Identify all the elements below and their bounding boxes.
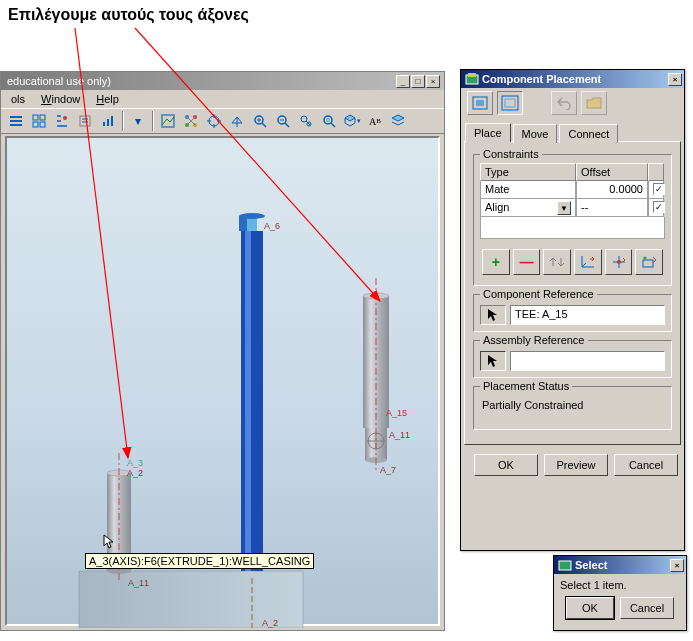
placement-mode2-icon[interactable] [497,91,523,115]
tool-list-icon[interactable] [5,110,27,132]
axis-tooltip: A_3(AXIS):F6(EXTRUDE_1):WELL_CASING [85,553,314,569]
select-dialog-close-button[interactable]: × [670,559,684,572]
remove-constraint-button[interactable]: ― [513,249,541,275]
ok-button[interactable]: OK [474,454,538,476]
view-spin-icon[interactable] [180,110,202,132]
svg-point-53 [644,257,647,260]
orient-dropdown-icon[interactable]: ▾ [341,110,363,132]
svg-rect-12 [107,119,109,126]
3d-viewport[interactable]: A_6 A_2 A_3 A_2 A_11 A_15 A_11 A_7 [5,136,440,626]
select-cancel-button[interactable]: Cancel [620,597,674,619]
select-ok-button[interactable]: OK [566,597,614,619]
tool-chart-icon[interactable] [97,110,119,132]
tool-dropdown-icon[interactable]: ▾ [127,110,149,132]
constraints-group: Constraints Type Offset Mate 0.0000 ✓ Al… [473,154,672,286]
tool-grid-icon[interactable] [28,110,50,132]
preview-button[interactable]: Preview [544,454,608,476]
axis-label-a2-lower: A_2 [262,618,278,628]
view-repaint-icon[interactable] [157,110,179,132]
placement-open-icon[interactable] [581,91,607,115]
placement-tabs: Place Move Connect [465,122,680,141]
select-dialog: Select × Select 1 item. OK Cancel [553,555,687,631]
svg-rect-49 [502,96,518,110]
col-header-offset[interactable]: Offset [576,163,648,181]
placement-mode1-icon[interactable] [467,91,493,115]
tab-connect[interactable]: Connect [559,124,618,143]
svg-rect-8 [40,122,45,127]
constraint-enable-align[interactable]: ✓ [648,199,664,217]
assembly-reference-title: Assembly Reference [480,334,588,346]
view-orient-icon[interactable] [226,110,248,132]
axis-label-a2-upper: A_2 [127,468,143,478]
constraints-group-title: Constraints [480,148,542,160]
zoom-selected-icon[interactable] [318,110,340,132]
menu-window[interactable]: Window [35,91,86,107]
annotate-icon[interactable]: AB [364,110,386,132]
svg-rect-7 [33,122,38,127]
constraint-type-mate[interactable]: Mate [480,181,576,199]
cancel-button[interactable]: Cancel [614,454,678,476]
component-ref-field[interactable]: TEE: A_15 [510,305,665,325]
svg-rect-48 [476,100,484,106]
app-window: educational use only) _ □ × ols Window H… [0,71,445,631]
col-header-type[interactable]: Type [480,163,576,181]
zoom-out-icon[interactable] [272,110,294,132]
orient-constraint-icon[interactable] [605,249,633,275]
tool-tree-icon[interactable] [51,110,73,132]
annotation-text: Επιλέγουμε αυτούς τους άξονες [8,6,249,24]
constraint-enable-mate[interactable]: ✓ [648,181,664,199]
dialog-title-text: Component Placement [482,73,667,85]
svg-rect-54 [559,561,571,570]
zoom-in-icon[interactable] [249,110,271,132]
tab-move[interactable]: Move [513,124,558,143]
svg-rect-46 [468,73,476,77]
component-ref-select-button[interactable] [480,305,506,325]
layers-icon[interactable] [387,110,409,132]
svg-rect-10 [80,116,90,126]
constraint-offset-align[interactable]: -- [576,199,648,217]
maximize-button[interactable]: □ [411,75,425,88]
menu-tools[interactable]: ols [5,91,31,107]
coord-sys-icon[interactable] [574,249,602,275]
constraint-row-mate[interactable]: Mate 0.0000 ✓ [480,181,665,199]
svg-rect-30 [241,231,263,571]
svg-point-9 [63,116,67,120]
svg-rect-4 [10,124,22,126]
select-message: Select 1 item. [554,574,686,593]
menu-help[interactable]: Help [90,91,125,107]
svg-rect-13 [111,116,113,126]
placement-status-group: Placement Status Partially Constrained [473,386,672,430]
assembly-ref-select-button[interactable] [480,351,506,371]
constraint-offset-mate[interactable]: 0.0000 [576,181,648,199]
menubar: ols Window Help [1,90,444,108]
minimize-button[interactable]: _ [396,75,410,88]
axis-label-a11-right: A_11 [389,430,410,440]
titlebar: educational use only) _ □ × [1,72,444,90]
svg-rect-3 [10,120,22,122]
toolbar-separator [152,111,154,131]
constraint-type-align[interactable]: Align▼ [480,199,576,217]
svg-rect-25 [326,118,330,122]
add-constraint-button[interactable]: + [482,249,510,275]
constraint-type-dropdown-icon[interactable]: ▼ [557,201,571,215]
svg-rect-31 [245,231,251,571]
axis-label-a11-left: A_11 [128,578,149,588]
col-header-enable [648,163,664,181]
flip-constraint-icon[interactable] [543,249,571,275]
svg-point-51 [617,260,621,264]
select-dialog-titlebar: Select × [554,556,686,574]
svg-rect-14 [162,115,174,127]
axis-label-a15: A_15 [386,408,407,418]
axis-label-a7: A_7 [380,465,396,475]
assembly-ref-field[interactable] [510,351,665,371]
tab-place[interactable]: Place [465,123,511,142]
zoom-fit-icon[interactable] [295,110,317,132]
tool-settings-icon[interactable] [74,110,96,132]
dialog-close-button[interactable]: × [668,73,682,86]
close-button[interactable]: × [426,75,440,88]
retrieve-constraint-icon[interactable] [635,249,663,275]
view-center-icon[interactable] [203,110,225,132]
placement-undo-icon[interactable] [551,91,577,115]
constraint-row-align[interactable]: Align▼ -- ✓ [480,199,665,217]
svg-point-29 [239,213,265,219]
